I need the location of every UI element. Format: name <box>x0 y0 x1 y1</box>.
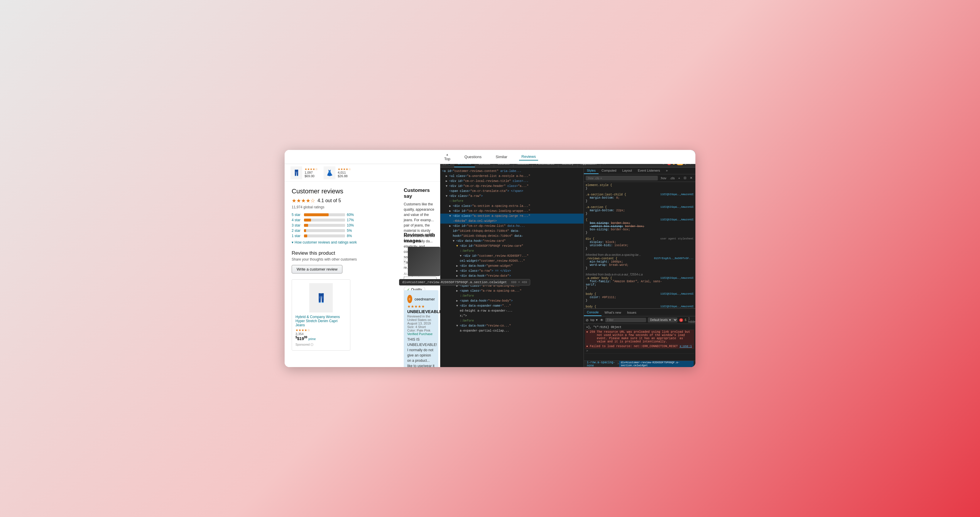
more-filter-btn[interactable]: ⊡ <box>682 175 687 180</box>
console-messages: »], "t":5151} Object ● 259 The resource … <box>584 324 695 361</box>
breadcrumb-item-1[interactable]: i-row.a-spacing-none <box>585 361 617 367</box>
nav-questions[interactable]: Questions <box>462 153 484 160</box>
console-tab[interactable]: Console <box>584 309 601 316</box>
reviews-title: Customer reviews <box>292 188 389 195</box>
log-level-select[interactable]: Default levels ▼ <box>648 318 678 323</box>
issues-tab[interactable]: Issues <box>624 309 640 316</box>
error-icon: ● <box>586 345 588 348</box>
elem-line[interactable]: ▶ <div id="cm-cr-dp-reviews-loading-wrap… <box>441 208 584 213</box>
bar-inner-3 <box>304 224 308 227</box>
console-toolbar: ⊘ top ▼ 👁 Default levels ▼ 1 6 1 hidden <box>584 316 695 324</box>
elem-line[interactable]: x;"> <box>441 313 584 318</box>
style-rule-div: div { user agent stylesheet display: blo… <box>585 237 694 250</box>
elem-line[interactable]: a-expander-partial-collap... <box>441 328 584 333</box>
elem-line[interactable]: ▼ <div data-expander-name="..." <box>441 304 584 309</box>
cls-filter-btn[interactable]: .cls <box>669 176 676 180</box>
rating-row: ★★★★☆ 4.1 out of 5 <box>292 197 389 204</box>
elem-line[interactable]: ::before <box>441 318 584 323</box>
console-input-row: > <box>585 349 694 353</box>
elem-line[interactable]: ▶ <span class="a-row a-spacing-sm..." <box>441 288 584 293</box>
star-bar-5: 5 star 60% <box>292 213 389 217</box>
reviewer-row: c ceedreamer <box>407 293 435 304</box>
nav-similar[interactable]: Similar <box>493 153 510 160</box>
elem-line[interactable]: ::before <box>441 199 584 204</box>
main-window: ▲ Top Questions Similar Reviews 👖 ★★★★☆ … <box>285 150 695 367</box>
elem-line[interactable]: ▶ <ul class="a-unordered-list a-nostyle … <box>441 174 584 179</box>
sponsored-price: $$1999 prime <box>296 336 347 341</box>
elem-line[interactable]: ▶ <div data-hook="genome-widget" <box>441 264 584 269</box>
product-thumb-2[interactable]: 👗 ★★★★☆ 4,011 $26.88 <box>324 166 351 179</box>
rating-stars: ★★★★☆ <box>292 197 315 204</box>
star-label-3: 3 star <box>292 223 302 227</box>
elem-line[interactable]: ::before <box>441 248 584 253</box>
styles-sub-tabs: Styles Computed Layout Event Listeners » <box>584 167 695 174</box>
whats-new-tab[interactable]: What's new <box>601 309 624 316</box>
review-stars: ★★★★★ <box>407 304 435 309</box>
customers-say-title: Customers say <box>404 188 436 199</box>
star-label-1: 1 star <box>292 234 302 238</box>
devtools-panel: ⚙ DevTools - www.amazon.com/Amazon-Essen… <box>440 150 695 367</box>
hover-filter-btn[interactable]: :hov <box>659 176 668 180</box>
elem-line[interactable]: cel-widget="customer_review-R2D65..." <box>441 259 584 264</box>
elem-line[interactable]: ▶ <div class="a-section a-spacing-extra-… <box>441 204 584 208</box>
review-image-1[interactable] <box>408 247 440 276</box>
tab-event-listeners[interactable]: Event Listeners <box>635 167 663 174</box>
bar-inner-2 <box>304 229 306 232</box>
breadcrumb-current[interactable]: div#customer-review-R2D65DF75P86QF.a-sec… <box>619 361 694 367</box>
elem-line[interactable]: hook="1811e8-tk0upq-detmis-7199c4" data- <box>441 234 584 239</box>
elem-line[interactable]: ed-height a-row a-expander-... <box>441 309 584 313</box>
elem-line[interactable]: <a id="customer-reviews-content" aria-la… <box>441 169 584 174</box>
star-bars: 5 star 60% 4 star 17% 3 star <box>292 213 389 238</box>
reviewer-avatar: c <box>407 295 412 303</box>
tab-styles[interactable]: Styles <box>584 167 598 174</box>
error-link[interactable]: x:one:1 <box>679 345 692 348</box>
elem-line[interactable]: ▶ <div data-hook="review-date"> <box>441 274 584 278</box>
elem-line[interactable]: ▶ <div id="cm-cr-dp-review-list" data-ho… <box>441 224 584 229</box>
devtools-body: <a id="customer-reviews-content" aria-la… <box>441 167 695 367</box>
reviews-link[interactable]: ▾ How customer reviews and ratings work <box>292 240 389 244</box>
bar-pct-2: 5% <box>347 229 355 233</box>
nav-top[interactable]: ▲ Top <box>442 152 453 162</box>
elem-line[interactable]: -4bkc9a" data-cel-widget> <box>441 219 584 224</box>
console-hidden-badge: 1 hidden <box>688 317 695 323</box>
elem-line[interactable]: ▶ <div class="a-row"> == </div> <box>441 269 584 274</box>
elem-line[interactable]: ▶ <span data-hook="review-body"> <box>441 298 584 304</box>
eye-icon[interactable]: 👁 <box>600 318 603 322</box>
sponsored-product-name: Hybrid & Company Womens Hyper Stretch De… <box>296 315 347 327</box>
top-selector[interactable]: top ▼ <box>590 318 598 321</box>
sponsored-product[interactable]: 👖 Hybrid & Company Womens Hyper Stretch … <box>292 279 350 351</box>
console-msg-error-1: ● 259 The resource URL was preloaded usi… <box>585 330 694 344</box>
elem-line[interactable]: ▼ <div id="customer_review-R2D65DF7..." <box>441 253 584 259</box>
elem-line[interactable]: ▼ <div id="R2D65DF75P86QF review-care" <box>441 243 584 248</box>
styles-filter-input[interactable] <box>585 176 658 180</box>
reviews-images-title: Reviews with images <box>399 232 440 244</box>
tab-layout[interactable]: Layout <box>619 167 635 174</box>
elem-line[interactable]: ▼ <div data-hook="review-card" <box>441 239 584 243</box>
tab-computed[interactable]: Computed <box>598 167 619 174</box>
sponsored-rating-count: 3,354 <box>296 332 347 336</box>
bar-inner-5 <box>304 213 329 216</box>
elem-line[interactable]: ▶ <div id="cm-cr-local-reviews-title" cl… <box>441 179 584 184</box>
elements-panel[interactable]: <a id="customer-reviews-content" aria-la… <box>441 167 584 367</box>
review-product-title: Review this product <box>292 250 389 256</box>
clear-console-button[interactable]: ⊘ <box>585 318 589 322</box>
elem-line[interactable]: ▼ <div class="a-row"> <box>441 194 584 199</box>
inherited-label: Inherited from div.a-section.a-spacing-l… <box>585 253 694 256</box>
elem-line[interactable]: ▼ <div data-hook="review-co..." <box>441 323 584 328</box>
review-headline: UNBELIEVEABLE <box>407 309 435 314</box>
carousel-prev-button[interactable]: ‹ <box>404 257 406 266</box>
elem-line[interactable]: ▼ <div id="cm-cr-dp-review-header" class… <box>441 184 584 189</box>
close-filter-btn[interactable]: ✕ <box>689 175 694 180</box>
elem-line-selected[interactable]: ▼ <div class="a-section a-spacing-large … <box>441 213 584 219</box>
elem-line[interactable]: ::before <box>441 293 584 298</box>
elem-line[interactable]: id="1811e8-tk0upq-detmis-7199c4" data- <box>441 229 584 234</box>
add-style-btn[interactable]: + <box>677 176 681 180</box>
elem-line[interactable]: <span class="cm-cr-translate-cta"> </spa… <box>441 189 584 194</box>
product-thumbnails: 👖 ★★★★☆ 1,097 $69.00 👗 ★★★★☆ 4,011 $26.8… <box>285 164 440 181</box>
console-filter-input[interactable] <box>605 318 646 322</box>
product-thumb-1[interactable]: 👖 ★★★★☆ 1,097 $69.00 <box>291 166 318 179</box>
tab-more-styles[interactable]: » <box>663 167 671 174</box>
bar-outer-1 <box>304 234 345 237</box>
write-review-button[interactable]: Write a customer review <box>292 265 342 274</box>
nav-reviews[interactable]: Reviews <box>519 153 538 161</box>
